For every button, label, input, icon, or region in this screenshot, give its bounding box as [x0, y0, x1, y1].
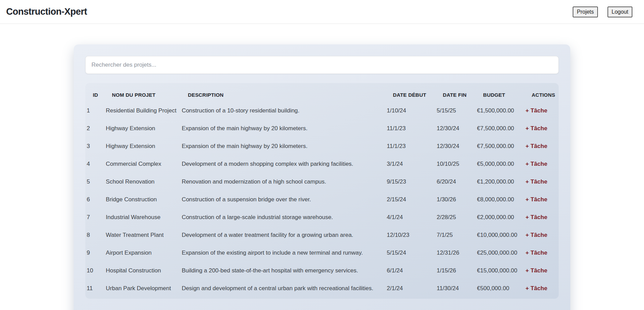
table-row: 6 Bridge Construction Construction of a … — [85, 191, 559, 208]
cell-budget: €25,000,000.00 — [476, 244, 524, 262]
table-row: 11 Urban Park Development Design and dev… — [85, 280, 559, 297]
logout-button[interactable]: Logout — [607, 6, 632, 17]
table-row: 8 Water Treatment Plant Development of a… — [85, 226, 559, 244]
cell-end-date: 12/30/24 — [435, 137, 475, 155]
cell-project-name: Highway Extension — [104, 137, 180, 155]
column-header: NOM DU PROJET — [104, 85, 180, 102]
cell-budget: €2,000,000.00 — [476, 208, 524, 226]
add-task-link[interactable]: + Tâche — [526, 214, 547, 220]
table-row: 1 Residential Building Project Construct… — [85, 102, 559, 120]
cell-end-date: 2/28/25 — [435, 208, 475, 226]
cell-project-name: Industrial Warehouse — [104, 208, 180, 226]
cell-actions: + Tâche — [524, 208, 559, 226]
cell-project-id: 9 — [85, 244, 104, 262]
column-header: ID — [85, 85, 104, 102]
cell-start-date: 3/1/24 — [385, 155, 435, 173]
cell-project-id: 6 — [85, 191, 104, 208]
cell-project-id: 1 — [85, 102, 104, 120]
cell-project-id: 7 — [85, 208, 104, 226]
cell-description: Construction of a 10-story residential b… — [180, 102, 385, 120]
table-row: 3 Highway Extension Expansion of the mai… — [85, 137, 559, 155]
projects-table-container: IDNOM DU PROJETDESCRIPTIONDATE DÉBUTDATE… — [85, 83, 559, 299]
top-bar: Construction-Xpert Projets Logout — [0, 0, 644, 24]
add-task-link[interactable]: + Tâche — [526, 232, 547, 238]
column-header: ACTIONS — [524, 85, 559, 102]
cell-end-date: 1/15/26 — [435, 262, 475, 280]
projects-table: IDNOM DU PROJETDESCRIPTIONDATE DÉBUTDATE… — [85, 85, 559, 297]
main-content: IDNOM DU PROJETDESCRIPTIONDATE DÉBUTDATE… — [0, 24, 644, 310]
cell-end-date: 5/15/25 — [435, 102, 475, 120]
cell-actions: + Tâche — [524, 244, 559, 262]
cell-description: Expansion of the existing airport to inc… — [180, 244, 385, 262]
cell-budget: €7,500,000.00 — [476, 120, 524, 137]
cell-description: Expansion of the main highway by 20 kilo… — [180, 137, 385, 155]
cell-end-date: 12/30/24 — [435, 120, 475, 137]
cell-project-id: 2 — [85, 120, 104, 137]
cell-project-name: Airport Expansion — [104, 244, 180, 262]
search-input[interactable] — [85, 56, 559, 74]
cell-budget: €5,000,000.00 — [476, 155, 524, 173]
projects-button[interactable]: Projets — [573, 6, 598, 17]
cell-budget: €7,500,000.00 — [476, 137, 524, 155]
app-title: Construction-Xpert — [6, 6, 87, 17]
cell-end-date: 12/31/26 — [435, 244, 475, 262]
cell-project-id: 8 — [85, 226, 104, 244]
cell-budget: €8,000,000.00 — [476, 191, 524, 208]
cell-project-name: Hospital Construction — [104, 262, 180, 280]
add-task-link[interactable]: + Tâche — [526, 107, 547, 114]
add-task-link[interactable]: + Tâche — [526, 143, 547, 149]
table-row: 5 School Renovation Renovation and moder… — [85, 173, 559, 191]
cell-budget: €1,200,000.00 — [476, 173, 524, 191]
cell-end-date: 7/1/25 — [435, 226, 475, 244]
cell-project-id: 11 — [85, 280, 104, 297]
cell-start-date: 6/1/24 — [385, 262, 435, 280]
column-header: DATE FIN — [435, 85, 475, 102]
cell-actions: + Tâche — [524, 226, 559, 244]
cell-actions: + Tâche — [524, 120, 559, 137]
add-task-link[interactable]: + Tâche — [526, 178, 547, 185]
cell-start-date: 5/15/24 — [385, 244, 435, 262]
cell-actions: + Tâche — [524, 137, 559, 155]
cell-end-date: 1/30/26 — [435, 191, 475, 208]
cell-description: Building a 200-bed state-of-the-art hosp… — [180, 262, 385, 280]
cell-project-name: Water Treatment Plant — [104, 226, 180, 244]
add-task-link[interactable]: + Tâche — [526, 250, 547, 256]
cell-actions: + Tâche — [524, 262, 559, 280]
cell-project-id: 4 — [85, 155, 104, 173]
cell-project-name: Residential Building Project — [104, 102, 180, 120]
cell-end-date: 10/10/25 — [435, 155, 475, 173]
table-header: IDNOM DU PROJETDESCRIPTIONDATE DÉBUTDATE… — [85, 85, 559, 102]
add-task-link[interactable]: + Tâche — [526, 285, 547, 292]
cell-start-date: 2/15/24 — [385, 191, 435, 208]
add-task-link[interactable]: + Tâche — [526, 125, 547, 132]
cell-end-date: 6/20/24 — [435, 173, 475, 191]
cell-description: Construction of a suspension bridge over… — [180, 191, 385, 208]
table-row: 9 Airport Expansion Expansion of the exi… — [85, 244, 559, 262]
cell-project-name: School Renovation — [104, 173, 180, 191]
cell-start-date: 9/15/23 — [385, 173, 435, 191]
cell-end-date: 11/30/24 — [435, 280, 475, 297]
add-task-link[interactable]: + Tâche — [526, 267, 547, 274]
cell-start-date: 12/10/23 — [385, 226, 435, 244]
cell-budget: €1,500,000.00 — [476, 102, 524, 120]
table-row: 2 Highway Extension Expansion of the mai… — [85, 120, 559, 137]
add-task-link[interactable]: + Tâche — [526, 161, 547, 167]
cell-description: Expansion of the main highway by 20 kilo… — [180, 120, 385, 137]
cell-start-date: 2/1/24 — [385, 280, 435, 297]
table-row: 10 Hospital Construction Building a 200-… — [85, 262, 559, 280]
cell-project-name: Bridge Construction — [104, 191, 180, 208]
cell-budget: €10,000,000.00 — [476, 226, 524, 244]
cell-project-name: Urban Park Development — [104, 280, 180, 297]
column-header: BUDGET — [476, 85, 524, 102]
column-header: DATE DÉBUT — [385, 85, 435, 102]
cell-description: Construction of a large-scale industrial… — [180, 208, 385, 226]
table-row: 7 Industrial Warehouse Construction of a… — [85, 208, 559, 226]
cell-project-id: 3 — [85, 137, 104, 155]
cell-budget: €15,000,000.00 — [476, 262, 524, 280]
add-task-link[interactable]: + Tâche — [526, 196, 547, 203]
table-body: 1 Residential Building Project Construct… — [85, 102, 559, 297]
cell-actions: + Tâche — [524, 191, 559, 208]
cell-start-date: 4/1/24 — [385, 208, 435, 226]
cell-actions: + Tâche — [524, 102, 559, 120]
cell-description: Development of a modern shopping complex… — [180, 155, 385, 173]
